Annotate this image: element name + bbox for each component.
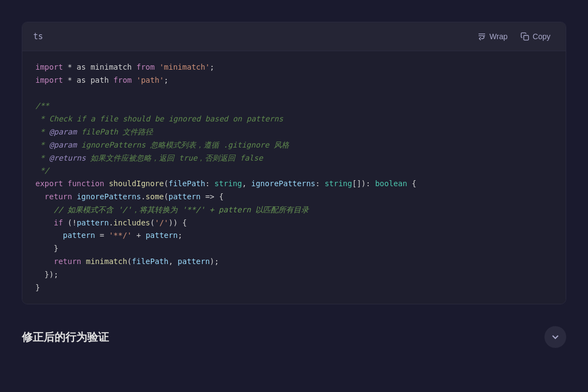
code-block: ts Wrap Copy import * as minimatc	[22, 22, 566, 304]
copy-label: Copy	[532, 32, 550, 41]
bottom-section: 修正后的行为验证	[22, 321, 566, 353]
code-content: import * as minimatch from 'minimatch'; …	[22, 51, 566, 304]
copy-icon	[520, 32, 529, 41]
wrap-button[interactable]: Wrap	[473, 30, 512, 43]
svg-rect-1	[524, 35, 529, 40]
bottom-title: 修正后的行为验证	[22, 330, 109, 345]
code-actions: Wrap Copy	[473, 30, 555, 43]
chevron-down-icon	[550, 332, 561, 342]
expand-button[interactable]	[544, 326, 566, 348]
wrap-label: Wrap	[489, 32, 507, 41]
code-header: ts Wrap Copy	[22, 22, 566, 51]
wrap-icon	[477, 32, 486, 41]
code-pre: import * as minimatch from 'minimatch'; …	[35, 61, 553, 294]
copy-button[interactable]: Copy	[516, 30, 555, 43]
language-label: ts	[33, 32, 43, 41]
